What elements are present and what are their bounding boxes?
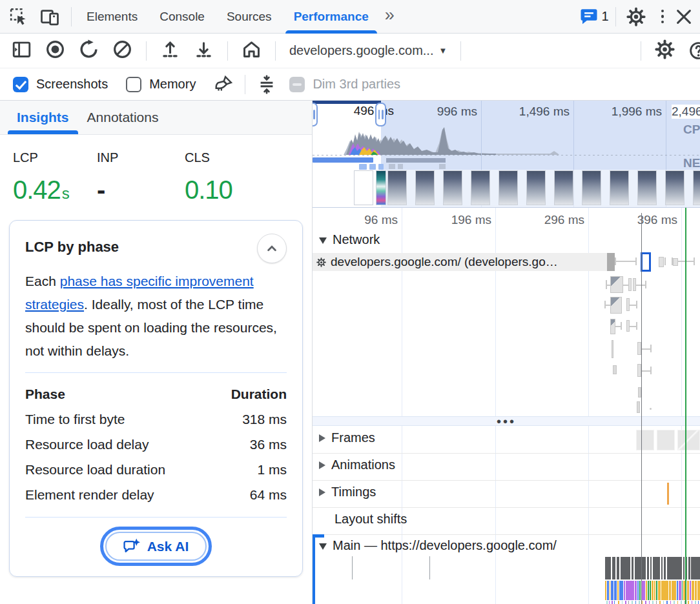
toggle-sidebar-button[interactable]	[12, 39, 32, 62]
brush-icon	[214, 75, 233, 94]
inspect-element-button[interactable]	[9, 7, 28, 26]
insights-sidebar: Insights Annotations LCP 0.42s INP - CLS…	[0, 101, 313, 604]
web-vitals-metrics: LCP 0.42s INP - CLS 0.10	[0, 135, 312, 210]
record-and-reload-button[interactable]	[79, 39, 99, 62]
divider	[25, 517, 287, 518]
shortcuts-dialog-button[interactable]	[257, 75, 276, 94]
divider	[227, 41, 228, 61]
issues-count-label: 1	[601, 9, 608, 24]
gear-icon	[655, 39, 675, 59]
selection-right-handle[interactable]	[375, 103, 386, 126]
panel-left-icon	[12, 39, 32, 59]
upload-icon	[160, 39, 180, 59]
home-icon	[242, 39, 262, 59]
phase-table-header: PhaseDuration	[25, 381, 287, 407]
chevron-up-icon	[263, 240, 280, 257]
devtools-settings-button[interactable]	[620, 7, 652, 26]
ask-ai-button[interactable]: Ask AI	[105, 532, 207, 561]
layout-shifts-track-header[interactable]: Layout shifts	[335, 512, 407, 527]
triangle-right-icon	[319, 488, 325, 496]
main-flame-tasks[interactable]	[605, 557, 700, 579]
tab-elements[interactable]: Elements	[76, 0, 149, 34]
divider	[25, 372, 287, 373]
main-thread-track-header[interactable]: Main — https://developers.google.com/	[319, 538, 557, 553]
divider	[615, 7, 616, 26]
timeline-overview[interactable]: 996 ms1,496 ms1,996 ms2,496 msCPUNET496 …	[313, 101, 700, 208]
chevron-down-icon: ▼	[438, 46, 447, 55]
divider	[71, 7, 72, 26]
reload-icon	[79, 39, 99, 59]
capture-options-bar: Screenshots Memory Dim 3rd parties	[0, 68, 700, 101]
live-metrics-button[interactable]	[242, 39, 262, 62]
divider	[146, 41, 147, 61]
close-devtools-button[interactable]	[674, 7, 694, 26]
device-toolbar-button[interactable]	[40, 7, 59, 26]
triangle-right-icon	[319, 461, 325, 469]
timings-track-header[interactable]: Timings	[319, 485, 376, 499]
tab-console[interactable]: Console	[149, 0, 216, 34]
tab-sources[interactable]: Sources	[216, 0, 283, 34]
ask-ai-focus-ring: Ask AI	[100, 527, 212, 566]
triangle-down-icon	[319, 237, 327, 244]
table-row: Time to first byte318 ms	[25, 407, 287, 432]
selection-left-handle[interactable]	[313, 103, 318, 126]
divider	[460, 41, 461, 61]
dim-3rd-parties-checkbox[interactable]	[289, 77, 305, 92]
divider	[245, 75, 245, 94]
screenshots-checkbox[interactable]	[13, 77, 28, 92]
timeline-panel: 996 ms1,496 ms1,996 ms2,496 msCPUNET496 …	[313, 101, 700, 604]
gear-icon	[316, 257, 326, 267]
question-icon	[688, 41, 700, 61]
triangle-right-icon	[319, 434, 325, 442]
gear-icon	[626, 7, 646, 26]
memory-checkbox[interactable]	[126, 77, 141, 92]
phase-table: PhaseDuration Time to first byte318 ms R…	[25, 381, 287, 507]
main-flame-subevents[interactable]	[605, 601, 700, 604]
table-row: Resource load duration1 ms	[25, 457, 287, 482]
divider	[641, 41, 641, 61]
load-profile-button[interactable]	[160, 39, 180, 62]
capture-settings-button[interactable]	[655, 39, 675, 62]
devtools-menu-button[interactable]	[652, 10, 674, 24]
gc-button[interactable]	[214, 75, 233, 94]
network-track-header[interactable]: Network	[319, 232, 380, 247]
tab-insights[interactable]: Insights	[8, 110, 78, 134]
network-request[interactable]: developers.google.com/ (developers.go…	[313, 253, 607, 271]
clear-button[interactable]	[112, 39, 132, 62]
tab-performance[interactable]: Performance	[283, 0, 380, 34]
more-tabs-button[interactable]: »	[380, 5, 400, 25]
help-button[interactable]	[688, 41, 700, 61]
overview-marks: 996 ms1,496 ms1,996 ms2,496 msCPUNET496 …	[313, 101, 700, 207]
memory-label: Memory	[149, 77, 196, 92]
record-button[interactable]	[45, 39, 65, 62]
dim-3rd-parties-label: Dim 3rd parties	[313, 77, 400, 92]
url-label: developers.google.com...	[289, 43, 433, 58]
network-resize-handle[interactable]: •••	[313, 416, 700, 426]
timeline-tracks: 96 ms196 ms296 ms396 ms Network develope…	[313, 208, 700, 604]
animations-track-header[interactable]: Animations	[319, 458, 395, 472]
download-icon	[194, 39, 214, 59]
main-flame-events[interactable]	[605, 581, 700, 600]
metric-inp: INP -	[97, 150, 185, 205]
issues-counter[interactable]: 1	[579, 7, 608, 26]
divider	[275, 41, 276, 61]
ai-chat-icon	[123, 538, 141, 555]
collapse-card-button[interactable]	[257, 234, 287, 263]
save-profile-button[interactable]	[194, 39, 214, 62]
triangle-down-icon	[319, 543, 327, 550]
screenshots-label: Screenshots	[36, 77, 108, 92]
performance-toolbar: developers.google.com... ▼	[0, 34, 700, 68]
close-icon	[674, 7, 694, 26]
frames-track-header[interactable]: Frames	[319, 430, 375, 445]
table-row: Resource load delay36 ms	[25, 432, 287, 457]
block-icon	[112, 39, 132, 59]
metric-lcp: LCP 0.42s	[13, 150, 97, 205]
devtools-tab-bar: Elements Console Sources Performance » 1	[0, 0, 700, 34]
table-row: Element render delay64 ms	[25, 482, 287, 507]
record-icon	[45, 39, 65, 59]
collapse-icon	[257, 75, 276, 94]
history-url-select[interactable]: developers.google.com... ▼	[289, 43, 447, 58]
lcp-by-phase-card: LCP by phase Each phase has specific imp…	[9, 220, 303, 577]
sidebar-tab-bar: Insights Annotations	[0, 101, 312, 135]
tab-annotations[interactable]: Annotations	[78, 110, 168, 134]
